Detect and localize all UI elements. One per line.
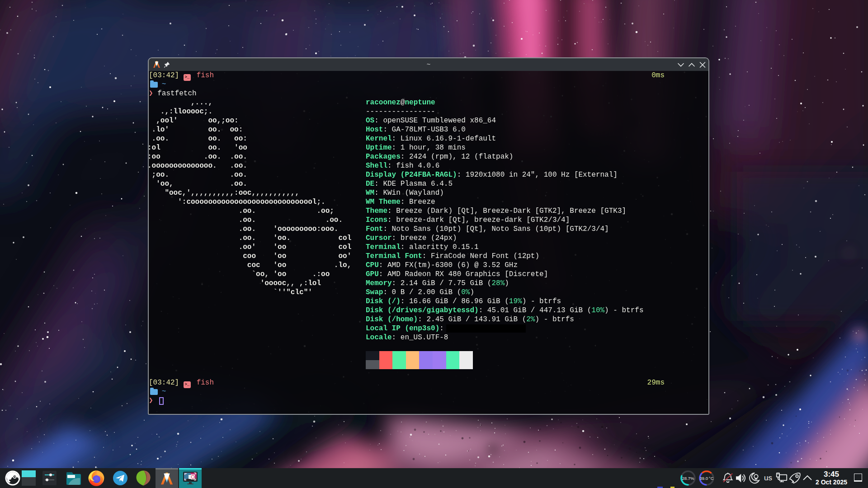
- svg-text:28.7%: 28.7%: [682, 476, 694, 481]
- svg-text:39.0 °C: 39.0 °C: [699, 476, 713, 481]
